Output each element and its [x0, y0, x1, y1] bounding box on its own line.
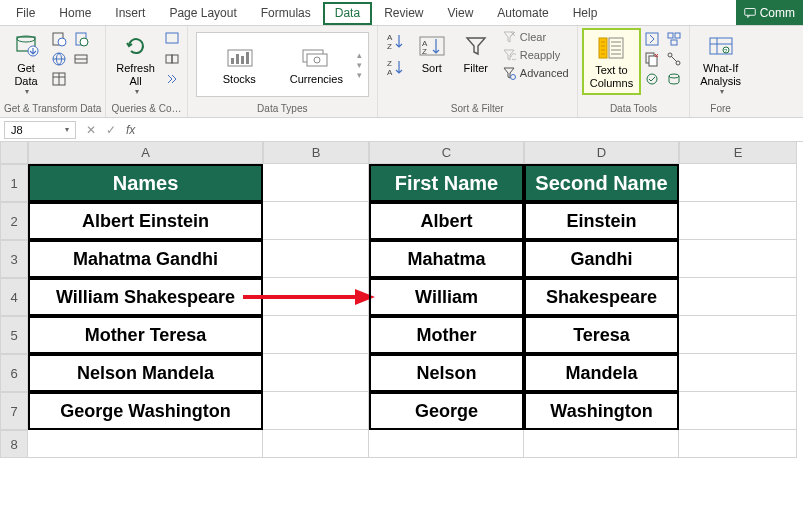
tab-data[interactable]: Data: [323, 2, 372, 25]
row-header-4[interactable]: 4: [0, 278, 28, 316]
cell-b8[interactable]: [263, 430, 369, 458]
consolidate-button[interactable]: [665, 30, 683, 48]
cell-e3[interactable]: [679, 240, 797, 278]
row-header-6[interactable]: 6: [0, 354, 28, 392]
cell-c7[interactable]: George: [369, 392, 524, 430]
cell-b4[interactable]: [263, 278, 369, 316]
cell-a7[interactable]: George Washington: [28, 392, 263, 430]
col-header-a[interactable]: A: [28, 142, 263, 164]
cell-d4[interactable]: Shakespeare: [524, 278, 679, 316]
cell-e8[interactable]: [679, 430, 797, 458]
relationships-button[interactable]: [665, 50, 683, 68]
row-header-8[interactable]: 8: [0, 430, 28, 458]
tab-file[interactable]: File: [4, 2, 47, 25]
tab-home[interactable]: Home: [47, 2, 103, 25]
tab-view[interactable]: View: [436, 2, 486, 25]
cell-b1[interactable]: [263, 164, 369, 202]
cell-a3[interactable]: Mahatma Gandhi: [28, 240, 263, 278]
more-icon[interactable]: ▾: [357, 70, 362, 80]
cell-c5[interactable]: Mother: [369, 316, 524, 354]
cell-d8[interactable]: [524, 430, 679, 458]
name-box[interactable]: J8 ▾: [4, 121, 76, 139]
sort-za-button[interactable]: ZA: [384, 56, 408, 80]
col-header-c[interactable]: C: [369, 142, 524, 164]
cell-d1[interactable]: Second Name: [524, 164, 679, 202]
remove-duplicates-button[interactable]: [643, 50, 661, 68]
cell-c1[interactable]: First Name: [369, 164, 524, 202]
select-all-corner[interactable]: [0, 142, 28, 164]
sort-button[interactable]: AZ Sort: [410, 28, 454, 79]
cell-a4[interactable]: William Shakespeare: [28, 278, 263, 316]
cell-a1[interactable]: Names: [28, 164, 263, 202]
from-table-button[interactable]: [50, 70, 68, 88]
cell-e1[interactable]: [679, 164, 797, 202]
clear-button[interactable]: Clear: [502, 30, 569, 44]
row-header-3[interactable]: 3: [0, 240, 28, 278]
fx-icon[interactable]: fx: [126, 123, 135, 137]
row-header-5[interactable]: 5: [0, 316, 28, 354]
queries-small-2[interactable]: [163, 50, 181, 68]
tab-review[interactable]: Review: [372, 2, 435, 25]
from-text-button[interactable]: [50, 30, 68, 48]
row-header-1[interactable]: 1: [0, 164, 28, 202]
cell-e7[interactable]: [679, 392, 797, 430]
recent-sources-button[interactable]: [72, 30, 90, 48]
row-header-7[interactable]: 7: [0, 392, 28, 430]
comments-button[interactable]: Comm: [736, 0, 803, 25]
queries-small-1[interactable]: [163, 30, 181, 48]
cell-c3[interactable]: Mahatma: [369, 240, 524, 278]
cell-d6[interactable]: Mandela: [524, 354, 679, 392]
col-header-b[interactable]: B: [263, 142, 369, 164]
cell-d5[interactable]: Teresa: [524, 316, 679, 354]
tab-page-layout[interactable]: Page Layout: [157, 2, 248, 25]
sort-az-button[interactable]: AZ: [384, 30, 408, 54]
from-web-button[interactable]: [50, 50, 68, 68]
cell-e2[interactable]: [679, 202, 797, 240]
cell-c6[interactable]: Nelson: [369, 354, 524, 392]
advanced-button[interactable]: Advanced: [502, 66, 569, 80]
reapply-button[interactable]: Reapply: [502, 48, 569, 62]
cell-d2[interactable]: Einstein: [524, 202, 679, 240]
refresh-all-button[interactable]: RefreshAll ▾: [110, 28, 161, 100]
cell-b6[interactable]: [263, 354, 369, 392]
cell-a2[interactable]: Albert Einstein: [28, 202, 263, 240]
enter-icon[interactable]: ✓: [106, 123, 116, 137]
chevron-up-icon[interactable]: ▴: [357, 50, 362, 60]
cell-e5[interactable]: [679, 316, 797, 354]
text-to-columns-button[interactable]: Text toColumns: [582, 28, 641, 95]
cell-b7[interactable]: [263, 392, 369, 430]
get-data-button[interactable]: GetData ▾: [4, 28, 48, 100]
cancel-icon[interactable]: ✕: [86, 123, 96, 137]
cell-c4[interactable]: William: [369, 278, 524, 316]
formula-bar: J8 ▾ ✕ ✓ fx: [0, 118, 803, 142]
cell-e4[interactable]: [679, 278, 797, 316]
stocks-button[interactable]: Stocks: [201, 39, 278, 90]
cell-d7[interactable]: Washington: [524, 392, 679, 430]
cell-c2[interactable]: Albert: [369, 202, 524, 240]
data-model-button[interactable]: [665, 70, 683, 88]
chevron-down-icon[interactable]: ▾: [357, 60, 362, 70]
whatif-button[interactable]: ? What-IfAnalysis ▾: [694, 28, 747, 100]
cell-c8[interactable]: [369, 430, 524, 458]
tab-help[interactable]: Help: [561, 2, 610, 25]
flash-fill-button[interactable]: [643, 30, 661, 48]
filter-button[interactable]: Filter: [454, 28, 498, 79]
currencies-button[interactable]: Currencies: [278, 39, 355, 90]
data-validation-button[interactable]: [643, 70, 661, 88]
cell-b5[interactable]: [263, 316, 369, 354]
col-header-d[interactable]: D: [524, 142, 679, 164]
cell-a5[interactable]: Mother Teresa: [28, 316, 263, 354]
cell-a8[interactable]: [28, 430, 263, 458]
cell-d3[interactable]: Gandhi: [524, 240, 679, 278]
existing-conn-button[interactable]: [72, 50, 90, 68]
cell-e6[interactable]: [679, 354, 797, 392]
col-header-e[interactable]: E: [679, 142, 797, 164]
tab-automate[interactable]: Automate: [485, 2, 560, 25]
tab-insert[interactable]: Insert: [103, 2, 157, 25]
cell-b3[interactable]: [263, 240, 369, 278]
tab-formulas[interactable]: Formulas: [249, 2, 323, 25]
cell-a6[interactable]: Nelson Mandela: [28, 354, 263, 392]
queries-small-3[interactable]: [163, 70, 181, 88]
row-header-2[interactable]: 2: [0, 202, 28, 240]
cell-b2[interactable]: [263, 202, 369, 240]
